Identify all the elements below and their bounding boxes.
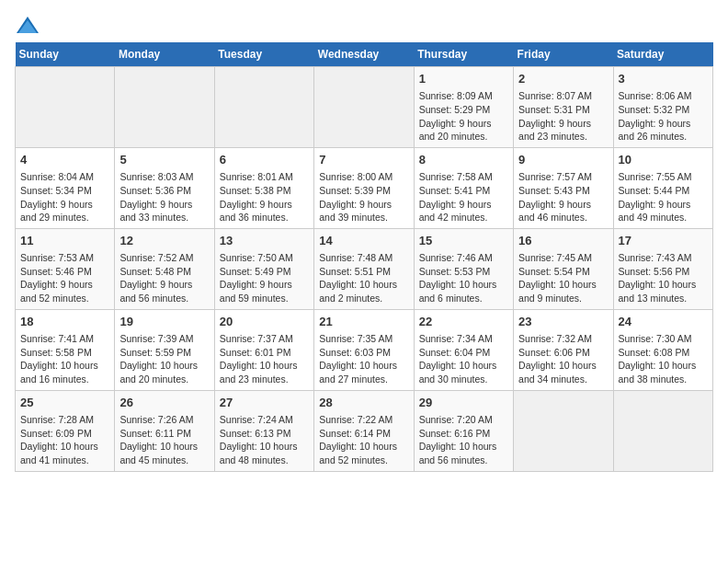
day-number: 17 [619, 233, 708, 249]
day-info: Sunrise: 7:30 AMSunset: 6:08 PMDaylight:… [619, 332, 708, 386]
calendar-cell: 24Sunrise: 7:30 AMSunset: 6:08 PMDayligh… [613, 309, 712, 390]
calendar-cell [214, 67, 313, 148]
day-number: 8 [419, 152, 508, 168]
calendar-week-1: 1Sunrise: 8:09 AMSunset: 5:29 PMDaylight… [16, 67, 713, 148]
day-number: 18 [20, 314, 109, 330]
day-info: Sunrise: 7:37 AMSunset: 6:01 PMDaylight:… [220, 332, 309, 386]
calendar-cell: 29Sunrise: 7:20 AMSunset: 6:16 PMDayligh… [414, 390, 513, 471]
day-info: Sunrise: 7:39 AMSunset: 5:59 PMDaylight:… [119, 332, 209, 386]
calendar-cell: 3Sunrise: 8:06 AMSunset: 5:32 PMDaylight… [613, 67, 712, 148]
calendar-week-4: 18Sunrise: 7:41 AMSunset: 5:58 PMDayligh… [16, 309, 713, 390]
day-info: Sunrise: 7:53 AMSunset: 5:46 PMDaylight:… [20, 251, 109, 305]
day-info: Sunrise: 7:32 AMSunset: 6:06 PMDaylight:… [518, 332, 608, 386]
day-info: Sunrise: 7:50 AMSunset: 5:49 PMDaylight:… [220, 251, 309, 305]
day-number: 7 [319, 152, 408, 168]
calendar-cell [16, 67, 115, 148]
calendar-cell: 18Sunrise: 7:41 AMSunset: 5:58 PMDayligh… [16, 309, 115, 390]
calendar-table: SundayMondayTuesdayWednesdayThursdayFrid… [15, 42, 713, 472]
day-info: Sunrise: 8:04 AMSunset: 5:34 PMDaylight:… [20, 170, 109, 224]
day-info: Sunrise: 8:07 AMSunset: 5:31 PMDaylight:… [518, 89, 608, 144]
day-info: Sunrise: 7:35 AMSunset: 6:03 PMDaylight:… [319, 332, 408, 386]
day-info: Sunrise: 8:03 AMSunset: 5:36 PMDaylight:… [119, 170, 209, 224]
day-number: 22 [419, 314, 508, 330]
calendar-cell: 1Sunrise: 8:09 AMSunset: 5:29 PMDaylight… [414, 67, 513, 148]
calendar-cell: 23Sunrise: 7:32 AMSunset: 6:06 PMDayligh… [514, 309, 613, 390]
day-number: 20 [220, 314, 309, 330]
day-number: 21 [319, 314, 408, 330]
day-info: Sunrise: 7:20 AMSunset: 6:16 PMDaylight:… [419, 413, 508, 467]
calendar-cell: 14Sunrise: 7:48 AMSunset: 5:51 PMDayligh… [314, 228, 414, 309]
day-number: 13 [220, 233, 309, 249]
calendar-cell [314, 67, 414, 148]
day-info: Sunrise: 7:43 AMSunset: 5:56 PMDaylight:… [619, 251, 708, 305]
day-info: Sunrise: 8:00 AMSunset: 5:39 PMDaylight:… [319, 170, 408, 224]
day-info: Sunrise: 7:57 AMSunset: 5:43 PMDaylight:… [518, 170, 608, 224]
day-info: Sunrise: 8:06 AMSunset: 5:32 PMDaylight:… [619, 89, 708, 144]
calendar-cell: 4Sunrise: 8:04 AMSunset: 5:34 PMDaylight… [16, 147, 115, 228]
column-header-saturday: Saturday [613, 42, 712, 67]
day-number: 9 [518, 152, 608, 168]
day-number: 25 [20, 395, 109, 411]
calendar-cell: 27Sunrise: 7:24 AMSunset: 6:13 PMDayligh… [214, 390, 313, 471]
day-info: Sunrise: 7:55 AMSunset: 5:44 PMDaylight:… [619, 170, 708, 224]
calendar-cell: 17Sunrise: 7:43 AMSunset: 5:56 PMDayligh… [613, 228, 712, 309]
calendar-cell: 2Sunrise: 8:07 AMSunset: 5:31 PMDaylight… [514, 67, 613, 148]
column-header-monday: Monday [115, 42, 214, 67]
day-number: 19 [119, 314, 209, 330]
calendar-cell: 26Sunrise: 7:26 AMSunset: 6:11 PMDayligh… [115, 390, 214, 471]
day-number: 6 [220, 152, 309, 168]
day-number: 11 [20, 233, 109, 249]
day-info: Sunrise: 8:01 AMSunset: 5:38 PMDaylight:… [220, 170, 309, 224]
calendar-cell [514, 390, 613, 471]
calendar-cell: 7Sunrise: 8:00 AMSunset: 5:39 PMDaylight… [314, 147, 414, 228]
day-number: 24 [619, 314, 708, 330]
calendar-cell: 19Sunrise: 7:39 AMSunset: 5:59 PMDayligh… [115, 309, 214, 390]
calendar-cell: 25Sunrise: 7:28 AMSunset: 6:09 PMDayligh… [16, 390, 115, 471]
day-info: Sunrise: 7:48 AMSunset: 5:51 PMDaylight:… [319, 251, 408, 305]
day-number: 29 [419, 395, 508, 411]
day-number: 5 [119, 152, 209, 168]
day-number: 4 [20, 152, 109, 168]
column-header-tuesday: Tuesday [214, 42, 313, 67]
calendar-cell: 6Sunrise: 8:01 AMSunset: 5:38 PMDaylight… [214, 147, 313, 228]
calendar-cell [613, 390, 712, 471]
day-number: 15 [419, 233, 508, 249]
calendar-cell: 9Sunrise: 7:57 AMSunset: 5:43 PMDaylight… [514, 147, 613, 228]
day-number: 14 [319, 233, 408, 249]
day-number: 28 [319, 395, 408, 411]
day-info: Sunrise: 8:09 AMSunset: 5:29 PMDaylight:… [419, 89, 508, 144]
calendar-cell: 22Sunrise: 7:34 AMSunset: 6:04 PMDayligh… [414, 309, 513, 390]
calendar-cell [115, 67, 214, 148]
day-info: Sunrise: 7:22 AMSunset: 6:14 PMDaylight:… [319, 413, 408, 467]
logo [15, 15, 44, 35]
day-number: 2 [518, 71, 608, 87]
calendar-cell: 5Sunrise: 8:03 AMSunset: 5:36 PMDaylight… [115, 147, 214, 228]
day-number: 16 [518, 233, 608, 249]
day-number: 23 [518, 314, 608, 330]
calendar-week-3: 11Sunrise: 7:53 AMSunset: 5:46 PMDayligh… [16, 228, 713, 309]
calendar-cell: 21Sunrise: 7:35 AMSunset: 6:03 PMDayligh… [314, 309, 414, 390]
calendar-cell: 16Sunrise: 7:45 AMSunset: 5:54 PMDayligh… [514, 228, 613, 309]
calendar-cell: 15Sunrise: 7:46 AMSunset: 5:53 PMDayligh… [414, 228, 513, 309]
day-info: Sunrise: 7:28 AMSunset: 6:09 PMDaylight:… [20, 413, 109, 467]
logo-icon [15, 15, 40, 35]
day-number: 27 [220, 395, 309, 411]
calendar-cell: 13Sunrise: 7:50 AMSunset: 5:49 PMDayligh… [214, 228, 313, 309]
day-info: Sunrise: 7:41 AMSunset: 5:58 PMDaylight:… [20, 332, 109, 386]
day-number: 26 [119, 395, 209, 411]
calendar-week-5: 25Sunrise: 7:28 AMSunset: 6:09 PMDayligh… [16, 390, 713, 471]
day-info: Sunrise: 7:46 AMSunset: 5:53 PMDaylight:… [419, 251, 508, 305]
day-info: Sunrise: 7:45 AMSunset: 5:54 PMDaylight:… [518, 251, 608, 305]
day-number: 1 [419, 71, 508, 87]
column-header-thursday: Thursday [414, 42, 513, 67]
calendar-cell: 20Sunrise: 7:37 AMSunset: 6:01 PMDayligh… [214, 309, 313, 390]
calendar-cell: 8Sunrise: 7:58 AMSunset: 5:41 PMDaylight… [414, 147, 513, 228]
day-info: Sunrise: 7:34 AMSunset: 6:04 PMDaylight:… [419, 332, 508, 386]
day-number: 3 [619, 71, 708, 87]
day-number: 10 [619, 152, 708, 168]
day-number: 12 [119, 233, 209, 249]
calendar-cell: 28Sunrise: 7:22 AMSunset: 6:14 PMDayligh… [314, 390, 414, 471]
column-header-wednesday: Wednesday [314, 42, 414, 67]
page-header [15, 15, 713, 35]
day-info: Sunrise: 7:58 AMSunset: 5:41 PMDaylight:… [419, 170, 508, 224]
